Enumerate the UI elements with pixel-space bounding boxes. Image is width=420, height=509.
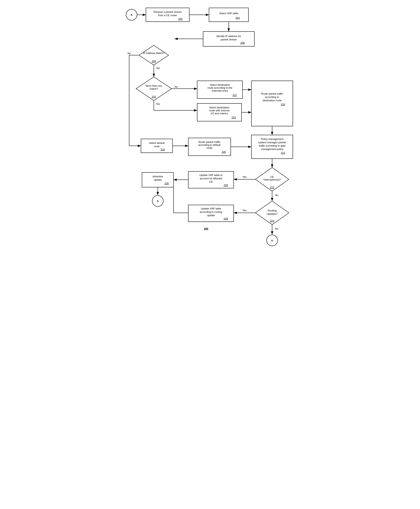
more-match-text2: match? bbox=[150, 87, 158, 90]
routing-updates-no-label: No bbox=[275, 227, 278, 230]
select-dest-matched-ref: 212 bbox=[232, 94, 237, 96]
select-dest-internal-ref: 214 bbox=[232, 116, 236, 119]
identify-ip-text2: packet stream bbox=[221, 38, 237, 41]
update-vrf-routing-text2: according to routing bbox=[200, 210, 222, 214]
flowchart-diagram: A Receive a packet stream from a CE rout… bbox=[121, 4, 299, 230]
route-dest-text3: destination route bbox=[263, 99, 282, 102]
identify-ip-ref: 206 bbox=[240, 41, 245, 44]
ip-match-ref: 208 bbox=[152, 60, 156, 63]
policy-mgmt-ref: 221 bbox=[281, 151, 285, 154]
ip-match-no-label: No bbox=[128, 52, 131, 55]
route-dest-box bbox=[251, 81, 293, 126]
receive-packet-text2: from a CE router bbox=[158, 14, 177, 17]
policy-mgmt-text4: management policy bbox=[261, 148, 283, 151]
route-dest-text2: according to bbox=[265, 96, 279, 98]
more-match-no-label: No bbox=[174, 85, 178, 88]
ce-interrupt-text: CE bbox=[270, 175, 274, 178]
more-match-text: More than one bbox=[145, 84, 162, 87]
advertise-update-text2: update bbox=[154, 178, 162, 181]
route-default-text2: according to default bbox=[198, 143, 221, 147]
select-default-route-text: Select default bbox=[149, 141, 165, 144]
select-dest-internal-text2: route with internal bbox=[209, 109, 230, 112]
update-vrf-ce-ref: 226 bbox=[224, 184, 228, 187]
ce-interrupt-no-label: No bbox=[275, 194, 278, 197]
select-dest-matched-text3: matched entry bbox=[212, 89, 228, 92]
select-dest-internal-text: Select destination bbox=[209, 106, 230, 109]
update-vrf-routing-text: Update VRF table bbox=[201, 207, 221, 210]
route-default-text3: route bbox=[206, 147, 212, 149]
select-dest-matched-text: Select destination bbox=[210, 83, 230, 86]
advertise-update-ref: 230 bbox=[165, 182, 169, 185]
loop-circle-A1-label: A bbox=[157, 200, 159, 203]
update-vrf-routing-text3: update bbox=[207, 214, 215, 217]
select-vrf-box bbox=[209, 8, 248, 22]
more-match-yes-label: Yes bbox=[156, 103, 160, 105]
ip-match-text: IP Address Match? bbox=[143, 52, 165, 55]
route-default-ref: 220 bbox=[222, 150, 226, 153]
ce-interrupt-ref: 222 bbox=[270, 186, 274, 189]
select-default-route-text2: route bbox=[154, 145, 160, 148]
loop-circle-A2-label: A bbox=[271, 239, 273, 242]
route-dest-text: Route packet traffic bbox=[261, 92, 283, 95]
identify-ip-text: Identify IP address for bbox=[216, 35, 241, 38]
select-dest-internal-text3: AS and metrics bbox=[210, 112, 228, 115]
routing-updates-yes-label: Yes bbox=[242, 209, 247, 212]
policy-mgmt-text2: system manages packet bbox=[258, 141, 286, 144]
policy-mgmt-text3: traffic according to data bbox=[259, 144, 286, 147]
select-vrf-ref: 204 bbox=[235, 16, 240, 19]
policy-mgmt-text: Policy management bbox=[261, 138, 284, 140]
more-match-ref: 210 bbox=[152, 95, 156, 98]
routing-updates-ref: 224 bbox=[270, 219, 274, 222]
select-default-route-ref: 218 bbox=[160, 148, 165, 151]
route-dest-ref: 216 bbox=[281, 103, 285, 106]
start-circle-A-label: A bbox=[131, 13, 133, 16]
routing-updates-text: Routing bbox=[268, 209, 277, 212]
ce-interrupt-yes-label: Yes bbox=[242, 175, 247, 178]
advertise-update-text: Advertise bbox=[152, 175, 163, 178]
select-vrf-text: Select VRF table bbox=[219, 12, 238, 15]
ce-interrupt-text2: Interruption(s)? bbox=[263, 178, 281, 181]
update-vrf-ce-text: Update VRF table to bbox=[199, 174, 223, 177]
receive-packet-ref: 202 bbox=[178, 17, 183, 20]
update-vrf-ce-text2: account for affected bbox=[200, 177, 222, 180]
update-vrf-ce-text3: CE bbox=[209, 180, 213, 183]
update-vrf-routing-ref: 228 bbox=[224, 217, 228, 220]
select-dest-matched-text2: route according to the bbox=[207, 86, 232, 89]
route-default-text: Route packet traffic bbox=[198, 140, 220, 143]
receive-packet-text: Receive a packet stream bbox=[153, 10, 182, 13]
diagram-ref: 200 bbox=[204, 227, 208, 230]
ip-match-yes-label: Yes bbox=[156, 66, 160, 70]
routing-updates-text2: Updates? bbox=[267, 213, 278, 215]
